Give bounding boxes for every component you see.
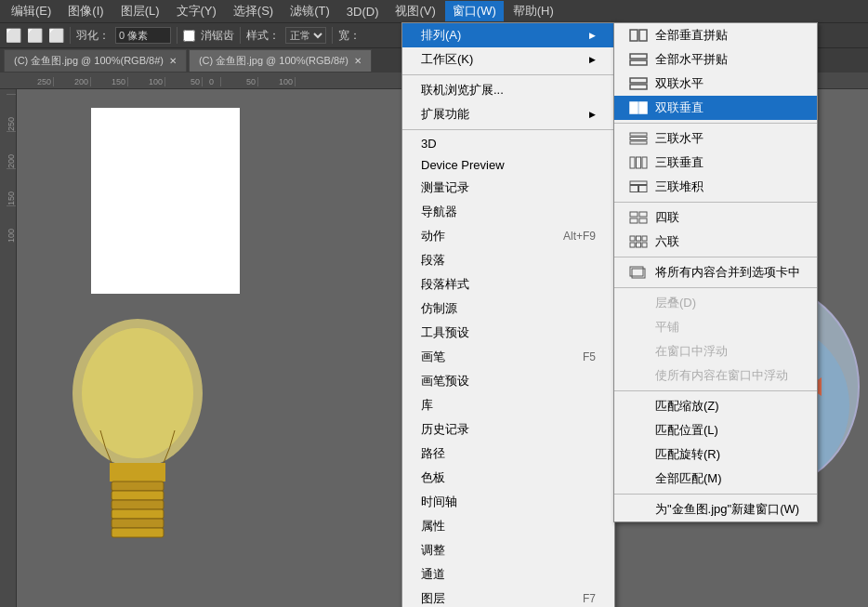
svg-rect-29 [630,181,647,185]
menubar-item-select[interactable]: 选择(S) [226,1,281,21]
arrange-item-dual-v[interactable]: 双联垂直 [614,96,817,120]
style-select[interactable]: 正常 [285,27,326,44]
cascade-icon [629,297,648,310]
arrange-item-tile-all-h-label: 全部水平拼贴 [655,51,728,68]
arrange-item-match-all[interactable]: 全部匹配(M) [614,467,817,491]
arrange-item-triple-v[interactable]: 三联垂直 [614,151,817,175]
arrange-item-match-rotation[interactable]: 匹配旋转(R) [614,442,817,467]
svg-rect-7 [112,519,164,528]
arrange-item-new-window[interactable]: 为"金鱼图.jpg"新建窗口(W) [614,497,817,521]
match-zoom-icon [629,400,648,413]
menu-item-brush-label: 画笔 [421,349,445,365]
arrange-item-triple-h[interactable]: 三联水平 [614,126,817,151]
menu-item-arrange[interactable]: 排列(A) [402,23,614,47]
svg-rect-22 [639,102,647,113]
toolbar-separator-4 [332,27,333,44]
consolidate-icon [629,266,648,279]
menubar-item-window[interactable]: 窗口(W) [445,1,504,21]
menu-item-adjustments[interactable]: 调整 [402,538,614,562]
menu-item-para-style-label: 段落样式 [421,276,469,293]
svg-rect-37 [637,236,641,241]
tab-2[interactable]: (C) 金鱼图.jpg @ 100%(RGB/8#) ✕ [189,49,372,72]
arrange-item-triple-stack-label: 三联堆积 [655,178,704,195]
menu-item-navigator[interactable]: 导航器 [402,200,614,224]
feather-label: 羽化： [76,28,110,44]
window-menu: 排列(A) 工作区(K) 联机浏览扩展... 扩展功能 3D Device Pr… [401,22,615,607]
menu-item-brush[interactable]: 画笔 F5 [402,345,614,369]
tool-icon-1[interactable]: ⬜ [6,28,21,43]
menubar-item-layer[interactable]: 图层(L) [113,1,167,21]
svg-rect-19 [630,78,647,83]
menu-item-brush-preset[interactable]: 画笔预设 [402,369,614,393]
menubar-item-help[interactable]: 帮助(H) [506,1,561,21]
menu-item-3d[interactable]: 3D [402,133,614,154]
tool-icon-2[interactable]: ⬜ [27,28,43,43]
svg-rect-2 [110,463,165,482]
menu-item-extensions[interactable]: 扩展功能 [402,102,614,126]
arrange-item-dual-h[interactable]: 双联水平 [614,72,817,96]
arrange-sep-5 [614,390,817,391]
arrange-item-tile-all-v[interactable]: 全部垂直拼贴 [614,23,817,47]
menubar-item-view[interactable]: 视图(V) [388,1,442,21]
menu-item-workspace[interactable]: 工作区(K) [402,47,614,72]
tab-2-close[interactable]: ✕ [354,56,362,66]
menu-item-tool-preset[interactable]: 工具预设 [402,321,614,345]
tab-1-close[interactable]: ✕ [169,56,177,66]
menubar-item-filter[interactable]: 滤镜(T) [283,1,337,21]
arrange-item-float-all: 使所有内容在窗口中浮动 [614,363,817,388]
feather-input[interactable] [115,27,171,44]
tab-1[interactable]: (C) 金鱼图.jpg @ 100%(RGB/8#) ✕ [4,49,187,72]
menu-item-library[interactable]: 库 [402,393,614,417]
svg-rect-21 [630,102,638,113]
menu-item-actions-label: 动作 [421,228,445,244]
menu-item-swatches[interactable]: 色板 [402,466,614,490]
svg-rect-40 [637,243,641,247]
menu-item-device-preview[interactable]: Device Preview [402,154,614,176]
menu-item-history[interactable]: 历史记录 [402,417,614,442]
menu-item-layers[interactable]: 图层 F7 [402,587,614,607]
tab-1-label: (C) 金鱼图.jpg @ 100%(RGB/8#) [14,54,164,68]
svg-rect-26 [630,157,635,168]
svg-rect-8 [112,528,164,537]
menu-item-properties[interactable]: 属性 [402,514,614,538]
menu-item-measurement[interactable]: 测量记录 [402,176,614,200]
menu-item-workspace-label: 工作区(K) [421,51,473,68]
menu-item-channels[interactable]: 通道 [402,562,614,587]
dual-v-icon [629,101,648,114]
new-window-icon [629,503,648,516]
menubar-item-text[interactable]: 文字(Y) [169,1,224,21]
menubar-item-image[interactable]: 图像(I) [60,1,111,21]
arrange-item-match-zoom[interactable]: 匹配缩放(Z) [614,394,817,418]
menu-item-path[interactable]: 路径 [402,442,614,466]
menubar-item-edit[interactable]: 编辑(E) [4,1,59,21]
menu-item-swatches-label: 色板 [421,469,445,486]
tool-icon-3[interactable]: ⬜ [48,28,64,43]
tile-all-v-icon [629,29,648,42]
menu-item-paragraph[interactable]: 段落 [402,248,614,272]
svg-rect-3 [112,482,164,491]
menubar-item-3d[interactable]: 3D(D) [339,3,387,20]
arrange-item-tile-all-h[interactable]: 全部水平拼贴 [614,47,817,72]
arrange-item-dual-h-label: 双联水平 [655,75,704,92]
arrange-item-six[interactable]: 六联 [614,230,817,254]
arrange-item-match-location[interactable]: 匹配位置(L) [614,418,817,442]
arrange-item-float-window-label: 在窗口中浮动 [655,343,728,360]
triple-stack-icon [629,180,648,193]
smooth-checkbox[interactable] [183,30,195,42]
menu-item-timeline[interactable]: 时间轴 [402,490,614,514]
quad-icon [629,211,648,224]
menu-item-clone-label: 仿制源 [421,300,457,317]
arrange-item-consolidate[interactable]: 将所有内容合并到选项卡中 [614,260,817,284]
menu-item-para-style[interactable]: 段落样式 [402,272,614,297]
menu-item-clone[interactable]: 仿制源 [402,297,614,321]
arrange-item-triple-stack[interactable]: 三联堆积 [614,175,817,199]
bulb-image [45,282,230,607]
menu-item-browse[interactable]: 联机浏览扩展... [402,78,614,102]
menu-item-library-label: 库 [421,397,433,414]
menu-item-extensions-label: 扩展功能 [421,106,469,123]
arrange-item-new-window-label: 为"金鱼图.jpg"新建窗口(W) [655,501,799,518]
svg-rect-24 [630,138,647,140]
arrange-item-quad[interactable]: 四联 [614,205,817,230]
menu-item-actions[interactable]: 动作 Alt+F9 [402,224,614,248]
width-label: 宽： [338,28,361,44]
